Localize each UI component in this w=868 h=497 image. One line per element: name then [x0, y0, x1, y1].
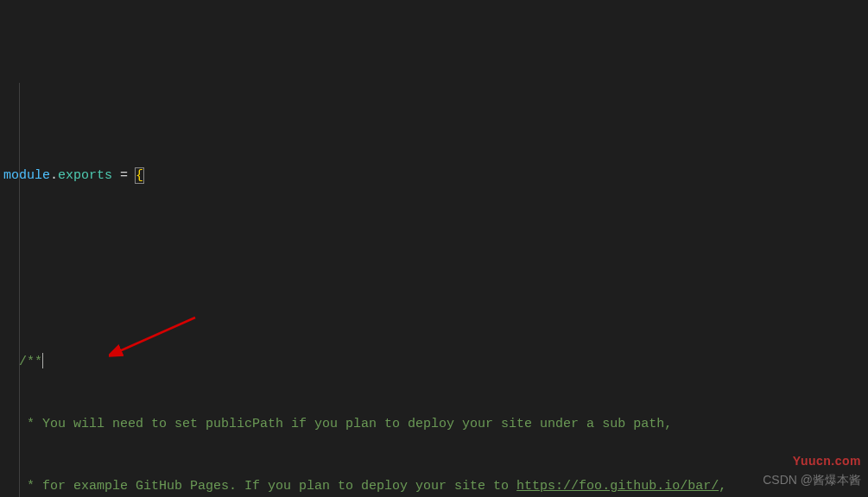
code-line — [3, 228, 868, 248]
comment-link[interactable]: https://foo.github.io/bar/ — [516, 479, 719, 494]
token-property: exports — [58, 168, 112, 183]
comment-start: /** — [19, 355, 42, 369]
code-editor[interactable]: module.exports = { /** * You will need t… — [0, 83, 868, 497]
code-line — [3, 290, 868, 311]
brace-open: { — [135, 167, 144, 184]
code-line: * You will need to set publicPath if you… — [3, 414, 868, 435]
watermark-csdn: CSDN @酱爆本酱 — [763, 469, 861, 490]
code-line: module.exports = { — [3, 166, 868, 186]
comment-line: * You will need to set publicPath if you… — [19, 417, 672, 431]
watermark-yuucn: Yuucn.com — [793, 450, 861, 471]
code-line: * for example GitHub Pages. If you plan … — [3, 476, 868, 497]
code-line: /** — [3, 352, 868, 373]
token-variable: module — [3, 168, 50, 183]
comment-line: * for example GitHub Pages. If you plan … — [19, 479, 516, 494]
text-cursor — [42, 353, 43, 368]
indent-guide — [19, 83, 20, 497]
